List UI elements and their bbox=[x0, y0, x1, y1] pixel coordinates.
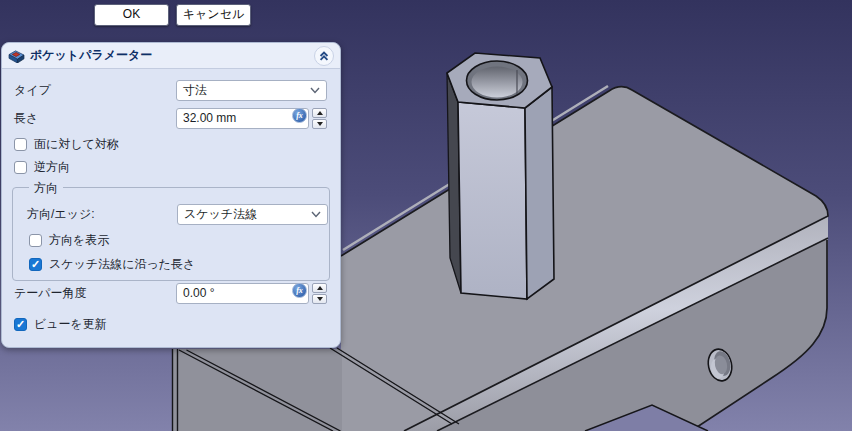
pocket-icon bbox=[8, 49, 25, 63]
hex-post bbox=[447, 53, 554, 299]
length-along-normal-checkbox-row[interactable]: スケッチ法線に沿った長さ bbox=[29, 256, 195, 272]
spin-up-button[interactable] bbox=[312, 108, 327, 118]
spin-down-button[interactable] bbox=[312, 294, 327, 304]
direction-edge-label: 方向/エッジ: bbox=[27, 204, 95, 225]
taper-angle-input[interactable]: 0.00 ° bbox=[176, 283, 309, 304]
taper-angle-spinner bbox=[312, 283, 327, 304]
show-direction-label: 方向を表示 bbox=[49, 232, 109, 249]
type-label: タイプ bbox=[14, 80, 51, 101]
taper-angle-label: テーパー角度 bbox=[14, 283, 87, 304]
chevron-down-icon bbox=[310, 87, 320, 94]
taper-angle-row: テーパー角度 0.00 ° fx bbox=[14, 283, 325, 305]
direction-edge-row: 方向/エッジ: スケッチ法線 bbox=[27, 204, 324, 226]
hex-post-hole bbox=[467, 61, 528, 100]
length-spinner bbox=[312, 108, 327, 129]
update-view-checkbox-row[interactable]: ビューを更新 bbox=[14, 316, 107, 332]
spin-up-button[interactable] bbox=[312, 283, 327, 293]
collapse-button[interactable] bbox=[314, 46, 334, 66]
length-row: 長さ 32.00 mm fx bbox=[14, 108, 325, 130]
reversed-label: 逆方向 bbox=[34, 159, 70, 176]
expression-icon[interactable]: fx bbox=[292, 108, 307, 123]
spin-down-button[interactable] bbox=[312, 119, 327, 129]
chevrons-up-icon bbox=[318, 50, 330, 62]
chevron-down-icon bbox=[311, 211, 321, 218]
length-along-normal-label: スケッチ法線に沿った長さ bbox=[49, 256, 195, 273]
reversed-checkbox[interactable] bbox=[14, 161, 27, 174]
cancel-button[interactable]: キャンセル bbox=[176, 4, 251, 26]
panel-title: ポケットパラメーター bbox=[30, 47, 314, 64]
length-label: 長さ bbox=[14, 108, 38, 129]
expression-icon[interactable]: fx bbox=[292, 283, 307, 298]
update-view-label: ビューを更新 bbox=[34, 316, 107, 333]
symmetric-label: 面に対して対称 bbox=[34, 136, 119, 153]
direction-edge-dropdown[interactable]: スケッチ法線 bbox=[177, 204, 328, 225]
reversed-checkbox-row[interactable]: 逆方向 bbox=[14, 159, 70, 175]
update-view-checkbox[interactable] bbox=[14, 318, 27, 331]
type-row: タイプ 寸法 bbox=[14, 80, 325, 102]
direction-groupbox: 方向 方向/エッジ: スケッチ法線 方向を表示 スケッチ法線に沿った長さ bbox=[12, 187, 330, 281]
show-direction-checkbox[interactable] bbox=[29, 234, 42, 247]
direction-group-title: 方向 bbox=[29, 180, 63, 197]
length-along-normal-checkbox[interactable] bbox=[29, 258, 42, 271]
symmetric-checkbox[interactable] bbox=[14, 138, 27, 151]
pocket-parameters-panel: ポケットパラメーター タイプ 寸法 長さ 32.00 mm fx bbox=[1, 42, 341, 348]
symmetric-checkbox-row[interactable]: 面に対して対称 bbox=[14, 136, 119, 152]
type-dropdown[interactable]: 寸法 bbox=[176, 80, 327, 101]
panel-header: ポケットパラメーター bbox=[2, 43, 340, 69]
show-direction-checkbox-row[interactable]: 方向を表示 bbox=[29, 232, 109, 248]
ok-button[interactable]: OK bbox=[94, 4, 169, 26]
length-input[interactable]: 32.00 mm bbox=[176, 108, 309, 129]
